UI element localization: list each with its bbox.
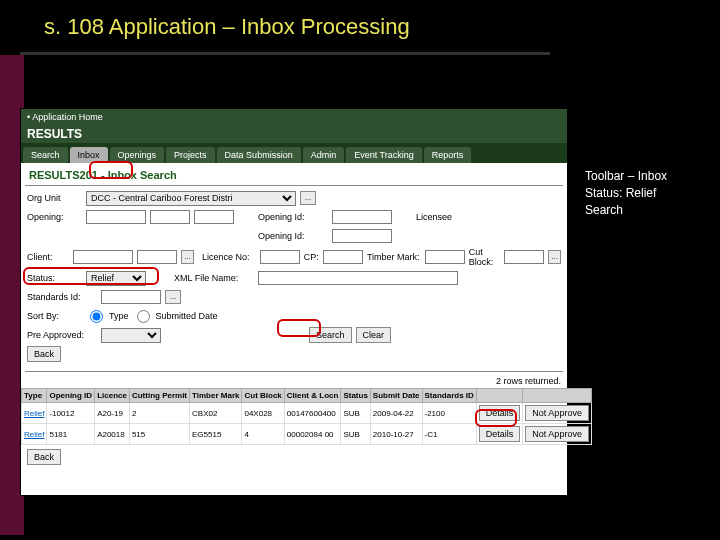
- divider: [25, 371, 563, 372]
- cell-timber-mark: EG5515: [190, 424, 242, 445]
- label-opening-id: Opening Id:: [258, 212, 328, 222]
- col-type[interactable]: Type: [22, 389, 47, 403]
- opening-field-1[interactable]: [86, 210, 146, 224]
- cut-block-field[interactable]: [504, 250, 544, 264]
- sort-by-date-radio[interactable]: [137, 310, 150, 323]
- col-status[interactable]: Status: [341, 389, 370, 403]
- label-pre-approved: Pre Approved:: [27, 330, 97, 340]
- label-licence-no: Licence No:: [202, 252, 256, 262]
- label-sort-date: Submitted Date: [156, 311, 218, 321]
- cell-cut-block: 4: [242, 424, 284, 445]
- col-opening-id[interactable]: Opening ID: [47, 389, 95, 403]
- cell-licence: A20-19: [95, 403, 130, 424]
- col-timber-mark[interactable]: Timber Mark: [190, 389, 242, 403]
- client-field-1[interactable]: [73, 250, 133, 264]
- cell-submit-date: 2009-04-22: [370, 403, 422, 424]
- note-line: Toolbar – Inbox: [585, 168, 667, 185]
- back-button-bottom[interactable]: Back: [27, 449, 61, 465]
- cell-cutting-permit: 2: [129, 403, 189, 424]
- not-approve-button[interactable]: Not Approve: [525, 426, 589, 442]
- col-cut-block[interactable]: Cut Block: [242, 389, 284, 403]
- search-form: Org Unit DCC - Central Cariboo Forest Di…: [21, 188, 567, 369]
- cut-block-lookup-button[interactable]: ...: [548, 250, 561, 264]
- cell-timber-mark: CBX02: [190, 403, 242, 424]
- cell-licence: A20018: [95, 424, 130, 445]
- label-client: Client:: [27, 252, 69, 262]
- tab-projects[interactable]: Projects: [166, 147, 215, 163]
- cell-type[interactable]: Relief: [22, 424, 47, 445]
- label-sort-type: Type: [109, 311, 129, 321]
- title-underline: [20, 52, 550, 55]
- app-home-link[interactable]: • Application Home: [21, 109, 567, 125]
- cell-opening-id: -10012: [47, 403, 95, 424]
- tab-openings[interactable]: Openings: [110, 147, 165, 163]
- status-select[interactable]: Relief: [86, 271, 146, 286]
- clear-button[interactable]: Clear: [356, 327, 392, 343]
- client-field-2[interactable]: [137, 250, 177, 264]
- label-sort-by: Sort By:: [27, 311, 82, 321]
- table-header-row: Type Opening ID Licence Cutting Permit T…: [22, 389, 592, 403]
- tab-event-tracking[interactable]: Event Tracking: [346, 147, 422, 163]
- standards-id-field[interactable]: [101, 290, 161, 304]
- label-opening-id-2: Opening Id:: [258, 231, 328, 241]
- pre-approved-select[interactable]: [101, 328, 161, 343]
- cell-status: SUB: [341, 403, 370, 424]
- cell-cut-block: 04X028: [242, 403, 284, 424]
- sort-by-type-radio[interactable]: [90, 310, 103, 323]
- org-unit-lookup-button[interactable]: ...: [300, 191, 316, 205]
- details-button[interactable]: Details: [479, 426, 521, 442]
- label-status: Status:: [27, 273, 82, 283]
- standards-id-lookup-button[interactable]: ...: [165, 290, 181, 304]
- details-button[interactable]: Details: [479, 405, 521, 421]
- app-brand: RESULTS: [21, 125, 567, 143]
- opening-id-field-2[interactable]: [332, 229, 392, 243]
- cell-type[interactable]: Relief: [22, 403, 47, 424]
- cell-cutting-permit: 515: [129, 424, 189, 445]
- label-licensee: Licensee: [416, 212, 476, 222]
- label-cut-block: Cut Block:: [469, 247, 501, 267]
- label-timber-mark: Timber Mark:: [367, 252, 421, 262]
- opening-field-3[interactable]: [194, 210, 234, 224]
- results-table: Type Opening ID Licence Cutting Permit T…: [21, 388, 592, 445]
- cell-client-locn: 00147600400: [284, 403, 341, 424]
- col-cutting-permit[interactable]: Cutting Permit: [129, 389, 189, 403]
- results-count: 2 rows returned.: [21, 374, 567, 388]
- col-licence[interactable]: Licence: [95, 389, 130, 403]
- toolbar: Search Inbox Openings Projects Data Subm…: [21, 143, 567, 163]
- cell-opening-id: 5181: [47, 424, 95, 445]
- opening-id-field[interactable]: [332, 210, 392, 224]
- org-unit-select[interactable]: DCC - Central Cariboo Forest Distri: [86, 191, 296, 206]
- col-client-locn[interactable]: Client & Locn: [284, 389, 341, 403]
- cell-submit-date: 2010-10-27: [370, 424, 422, 445]
- not-approve-button[interactable]: Not Approve: [525, 405, 589, 421]
- cell-client-locn: 00002084 00: [284, 424, 341, 445]
- tab-admin[interactable]: Admin: [303, 147, 345, 163]
- timber-mark-field[interactable]: [425, 250, 465, 264]
- licence-no-field[interactable]: [260, 250, 300, 264]
- label-org-unit: Org Unit: [27, 193, 82, 203]
- label-cp: CP:: [304, 252, 319, 262]
- speaker-notes: Toolbar – Inbox Status: Relief Search: [585, 168, 667, 219]
- divider: [25, 185, 563, 186]
- note-line: Search: [585, 202, 667, 219]
- cp-field[interactable]: [323, 250, 363, 264]
- search-button[interactable]: Search: [309, 327, 352, 343]
- table-row: Relief -10012 A20-19 2 CBX02 04X028 0014…: [22, 403, 592, 424]
- col-submit-date[interactable]: Submit Date: [370, 389, 422, 403]
- tab-inbox[interactable]: Inbox: [70, 147, 108, 163]
- xml-file-name-field[interactable]: [258, 271, 458, 285]
- tab-data-submission[interactable]: Data Submission: [217, 147, 301, 163]
- cell-standards-id: -2100: [422, 403, 476, 424]
- client-lookup-button[interactable]: ...: [181, 250, 194, 264]
- opening-field-2[interactable]: [150, 210, 190, 224]
- table-row: Relief 5181 A20018 515 EG5515 4 00002084…: [22, 424, 592, 445]
- page-title: RESULTS201 - Inbox Search: [21, 163, 567, 183]
- app-window: • Application Home RESULTS Search Inbox …: [20, 108, 568, 496]
- back-button-top[interactable]: Back: [27, 346, 61, 362]
- col-standards-id[interactable]: Standards ID: [422, 389, 476, 403]
- note-line: Status: Relief: [585, 185, 667, 202]
- cell-standards-id: -C1: [422, 424, 476, 445]
- tab-reports[interactable]: Reports: [424, 147, 472, 163]
- tab-search[interactable]: Search: [23, 147, 68, 163]
- label-standards-id: Standards Id:: [27, 292, 97, 302]
